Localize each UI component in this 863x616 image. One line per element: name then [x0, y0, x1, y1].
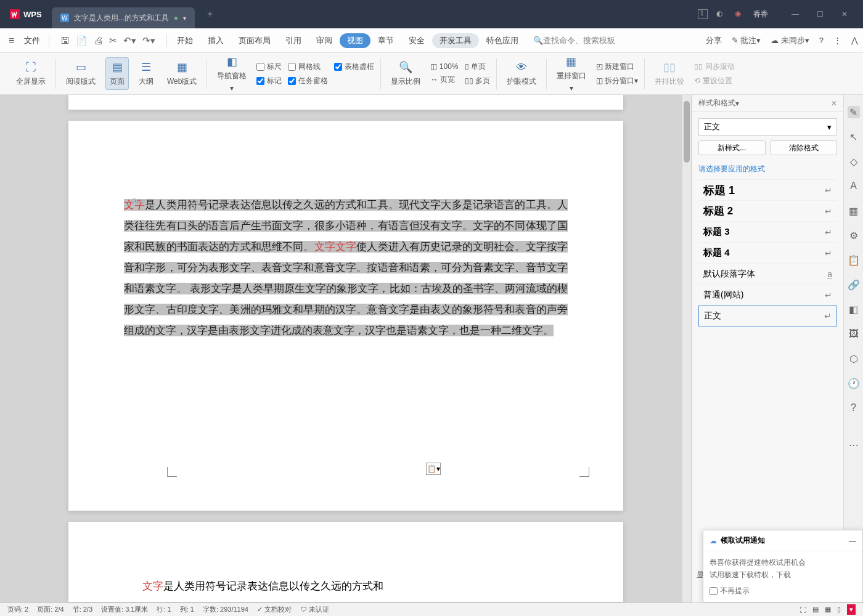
paste-options-button[interactable]: 📋▾ [426, 463, 441, 475]
tool-history[interactable]: 🕐 [848, 377, 860, 389]
markup-checkbox[interactable]: 标记 [256, 76, 282, 86]
multi-page-button[interactable]: ▯▯ 多页 [465, 76, 490, 86]
document-tab[interactable]: W 文字是人类用...的方式和工具 ● ▾ [52, 7, 195, 28]
fullscreen-button[interactable]: ⛶全屏显示 [12, 58, 49, 89]
style-body-text[interactable]: 正文↵ [698, 306, 837, 326]
current-style-select[interactable]: 正文▾ [698, 118, 837, 136]
view-print-icon[interactable]: ▤ [812, 606, 819, 614]
ruler-checkbox[interactable]: 标尺 [256, 62, 282, 72]
tab-insert[interactable]: 插入 [200, 28, 231, 53]
zoom-100-button[interactable]: ◫ 100% [430, 62, 458, 71]
tab-page-layout[interactable]: 页面布局 [231, 28, 278, 53]
save-icon[interactable]: 🖫 [60, 35, 70, 46]
more-icon[interactable]: ⋮ [833, 36, 841, 45]
share-button[interactable]: 分享 [706, 35, 722, 46]
help-icon[interactable]: ? [819, 36, 824, 45]
status-auth[interactable]: 🛡 未认证 [300, 605, 329, 614]
style-heading-4[interactable]: 标题 4↵ [698, 243, 837, 264]
add-tab-button[interactable]: + [201, 9, 219, 20]
tab-special[interactable]: 特色应用 [479, 28, 526, 53]
clear-format-button[interactable]: 清除格式 [771, 140, 838, 155]
tool-layout[interactable]: ◧ [848, 303, 860, 315]
vertical-scrollbar[interactable] [682, 95, 691, 602]
outline-button[interactable]: ☰大纲 [135, 58, 157, 89]
tab-developer[interactable]: 开发工具 [432, 33, 479, 48]
tool-plugin[interactable]: ⬡ [848, 352, 860, 365]
page2-text[interactable]: 是人类用符号记录表达信息以传之久远的方式和 [163, 580, 383, 592]
style-heading-2[interactable]: 标题 2↵ [698, 201, 837, 222]
notif-close-icon[interactable]: — [849, 537, 856, 545]
tool-more[interactable]: ⋯ [848, 439, 860, 451]
print-icon[interactable]: 🖨 [94, 35, 103, 46]
tool-select[interactable]: ↖ [848, 131, 860, 143]
nav-pane-button[interactable]: ◧导航窗格▾ [213, 52, 250, 95]
tab-review[interactable]: 审阅 [309, 28, 340, 53]
status-position[interactable]: 设置值: 3.1厘米 [101, 605, 148, 614]
status-col[interactable]: 列: 1 [180, 605, 194, 614]
view-fullscreen-icon[interactable]: ⛶ [800, 606, 806, 614]
tool-help[interactable]: ? [848, 402, 860, 414]
status-page[interactable]: 页面: 2/4 [37, 605, 63, 614]
page-width-button[interactable]: ↔ 页宽 [430, 75, 458, 85]
tool-shape[interactable]: ◇ [848, 155, 860, 168]
comment-button[interactable]: ✎ 批注▾ [732, 35, 761, 46]
undo-icon[interactable]: ↶▾ [123, 35, 136, 46]
tool-settings[interactable]: ⚙ [848, 229, 860, 241]
document-area[interactable]: 🗎 ▾ 文字是人类用符号记录表达信息以传之久远的方式和工具。现代文字大多是记录语… [0, 95, 692, 602]
status-words[interactable]: 字数: 293/1194 [203, 605, 248, 614]
zoom-button[interactable]: 🔍显示比例 [387, 58, 424, 89]
tool-image[interactable]: 🖼 [848, 328, 860, 340]
panel-close-button[interactable]: ✕ [831, 99, 837, 108]
style-heading-1[interactable]: 标题 1↵ [698, 180, 837, 201]
task-pane-checkbox[interactable]: 任务窗格 [288, 76, 328, 86]
style-default-font[interactable]: 默认段落字体a [698, 264, 837, 285]
redo-icon[interactable]: ↷▾ [142, 35, 155, 46]
view-web-icon[interactable]: ▦ [825, 606, 831, 614]
status-spellcheck[interactable]: ✓ 文档校对 [257, 605, 292, 614]
page-text[interactable]: 文字是人类用符号记录表达信息以传之久远的方式和工具。现代文字大多是记录语言的工具… [68, 121, 623, 341]
status-section[interactable]: 节: 2/3 [73, 605, 92, 614]
new-window-button[interactable]: ◰ 新建窗口 [596, 62, 638, 72]
web-layout-button[interactable]: ▦Web版式 [163, 58, 200, 89]
print-preview-icon[interactable]: 📄 [76, 35, 88, 46]
tab-home[interactable]: 开始 [170, 28, 200, 53]
red-tab-icon[interactable]: ▾ [847, 604, 856, 615]
skin-icon[interactable]: ◐ [716, 9, 726, 19]
collapse-ribbon-icon[interactable]: ⋀ [851, 36, 858, 45]
tab-menu-icon[interactable]: ▾ [183, 15, 186, 22]
split-window-button[interactable]: ◫ 拆分窗口▾ [596, 76, 638, 86]
scrollbar-thumb[interactable] [684, 101, 690, 163]
cut-icon[interactable]: ✂ [109, 35, 117, 46]
read-layout-button[interactable]: ▭阅读版式 [62, 58, 99, 89]
tool-format[interactable]: ✎ [848, 106, 860, 118]
page-main[interactable]: 🗎 ▾ 文字是人类用符号记录表达信息以传之久远的方式和工具。现代文字大多是记录语… [68, 121, 623, 511]
sync-button[interactable]: ☁ 未同步▾ [771, 35, 809, 46]
style-heading-3[interactable]: 标题 3↵ [698, 222, 837, 243]
file-menu[interactable]: 文件 [18, 35, 46, 46]
tool-link[interactable]: 🔗 [848, 278, 860, 291]
rearrange-button[interactable]: ▦重排窗口▾ [553, 52, 590, 95]
tool-text[interactable]: A [848, 180, 860, 192]
badge-icon[interactable]: 1 [698, 9, 708, 19]
close-button[interactable]: ✕ [832, 5, 857, 23]
page-next[interactable]: 文字是人类用符号记录表达信息以传之久远的方式和 [68, 522, 623, 602]
view-outline-icon[interactable]: ▯ [837, 606, 841, 614]
minimize-button[interactable]: — [783, 5, 808, 23]
notif-nomore-checkbox[interactable]: 不再提示 [710, 585, 856, 597]
user-name[interactable]: 香香 [753, 9, 768, 20]
eye-care-button[interactable]: 👁护眼模式 [503, 58, 540, 89]
maximize-button[interactable]: ☐ [808, 5, 832, 23]
hamburger-icon[interactable]: ≡ [5, 35, 18, 46]
page-handle-icons[interactable]: 🗎 ▾ [130, 197, 145, 206]
user-avatar[interactable]: ◉ [735, 9, 745, 19]
wps-logo[interactable]: WPS [0, 9, 52, 19]
tool-clipboard[interactable]: 📋 [848, 254, 860, 266]
single-page-button[interactable]: ▯ 单页 [465, 62, 490, 72]
status-page-no[interactable]: 页码: 2 [7, 605, 28, 614]
tab-view[interactable]: 视图 [340, 33, 370, 48]
gridlines-checkbox[interactable]: 网格线 [288, 62, 328, 72]
search-commands[interactable]: 🔍 查找命令、搜索模板 [526, 28, 623, 53]
tab-security[interactable]: 安全 [401, 28, 432, 53]
tab-references[interactable]: 引用 [278, 28, 309, 53]
table-grid-checkbox[interactable]: 表格虚框 [334, 62, 374, 72]
